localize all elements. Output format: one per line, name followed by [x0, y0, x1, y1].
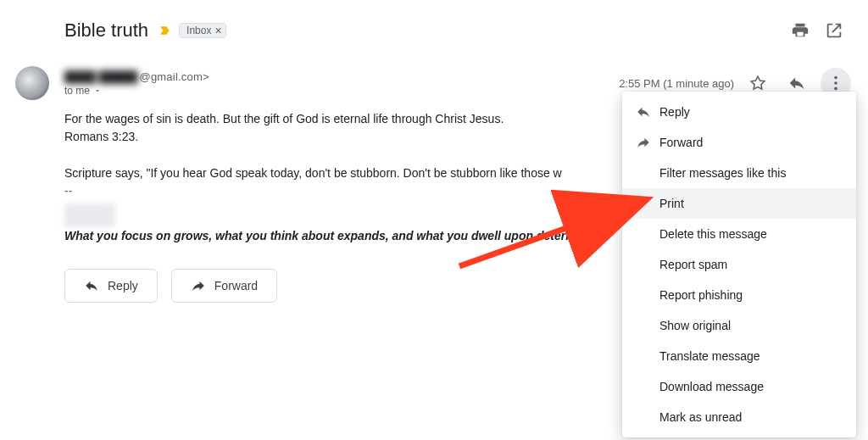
menu-item-report-spam[interactable]: Report spam: [622, 249, 856, 280]
more-options-menu: Reply Forward Filter messages like this …: [622, 92, 856, 437]
menu-item-reply[interactable]: Reply: [622, 97, 856, 127]
label-chip-inbox[interactable]: Inbox ×: [179, 23, 226, 38]
chevron-down-icon[interactable]: [93, 86, 102, 95]
menu-item-forward[interactable]: Forward: [622, 127, 856, 158]
sender-email: @gmail.com>: [140, 70, 209, 83]
forward-button[interactable]: Forward: [171, 269, 277, 303]
message-header: Bible truth Inbox ×: [0, 0, 868, 58]
menu-item-filter[interactable]: Filter messages like this: [622, 158, 856, 188]
menu-item-label: Print: [659, 197, 684, 210]
menu-item-show-original[interactable]: Show original: [622, 310, 856, 341]
svg-point-2: [834, 87, 837, 91]
menu-item-label: Show original: [659, 319, 731, 332]
menu-item-report-phishing[interactable]: Report phishing: [622, 280, 856, 310]
subject-title: Bible truth: [64, 19, 148, 42]
sender-line: ████ █████ @gmail.com>: [64, 70, 209, 83]
menu-item-label: Download message: [659, 380, 764, 393]
open-in-new-icon[interactable]: [817, 14, 851, 47]
forward-arrow-icon: [636, 135, 659, 150]
menu-item-mark-unread[interactable]: Mark as unread: [622, 402, 856, 432]
label-important-icon[interactable]: [159, 24, 172, 37]
menu-item-label: Filter messages like this: [659, 166, 786, 180]
menu-item-label: Reply: [659, 105, 690, 119]
menu-item-label: Delete this message: [659, 227, 767, 241]
reply-arrow-icon: [636, 104, 659, 120]
svg-point-1: [834, 81, 837, 85]
menu-item-label: Report spam: [659, 258, 727, 271]
menu-item-print[interactable]: Print: [622, 188, 856, 219]
menu-item-label: Mark as unread: [659, 410, 742, 424]
menu-item-label: Forward: [659, 136, 703, 149]
recipient-line[interactable]: to me: [64, 85, 209, 97]
forward-arrow-icon: [191, 278, 206, 293]
menu-item-download[interactable]: Download message: [622, 371, 856, 402]
print-icon[interactable]: [783, 14, 817, 47]
to-label: to me: [64, 85, 90, 97]
reply-button-label: Reply: [108, 279, 138, 292]
menu-item-translate[interactable]: Translate message: [622, 341, 856, 371]
sender-avatar[interactable]: [15, 66, 49, 100]
signature-masked: [64, 203, 115, 227]
reply-button[interactable]: Reply: [64, 269, 158, 303]
timestamp: 2:55 PM (1 minute ago): [619, 77, 734, 90]
menu-item-label: Report phishing: [659, 288, 743, 302]
menu-item-delete[interactable]: Delete this message: [622, 219, 856, 249]
reply-arrow-icon: [84, 278, 99, 293]
label-chip-text: Inbox: [186, 25, 211, 36]
sender-name: ████ █████: [64, 70, 138, 83]
close-icon[interactable]: ×: [214, 25, 221, 36]
menu-item-label: Translate message: [659, 349, 760, 363]
forward-button-label: Forward: [214, 279, 258, 292]
svg-point-0: [834, 76, 837, 80]
